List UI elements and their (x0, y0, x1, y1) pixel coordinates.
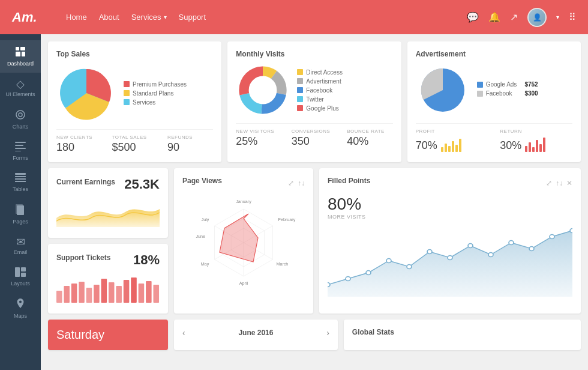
calendar-prev[interactable]: ‹ (182, 328, 185, 338)
profit-value: 70% (416, 139, 437, 152)
adv-label: Advertisment (306, 78, 341, 85)
support-header: Support Tickets 18% (56, 252, 160, 268)
direct-dot (297, 69, 303, 75)
svg-rect-13 (15, 181, 26, 182)
sidebar-item-layouts[interactable]: Layouts (0, 261, 41, 293)
sidebar-item-ui-elements[interactable]: ◇ UI Elements (0, 73, 41, 103)
legend-direct: Direct Access (297, 69, 343, 76)
row-2: Current Earnings 25.3K (48, 168, 581, 314)
facebook-ad-value: $300 (524, 90, 538, 97)
saturday-title: Saturday (56, 328, 160, 342)
page-views-icons: ⤢ ↑↓ (288, 179, 305, 187)
svg-rect-31 (79, 282, 85, 303)
gp-dot (297, 105, 303, 111)
stat-new-clients: New Clients 180 (56, 135, 102, 154)
advertisement-title: Advertisement (416, 50, 572, 58)
share-icon[interactable]: ↗ (510, 11, 518, 23)
expand-icon[interactable]: ⤢ (288, 179, 294, 187)
expand-icon2[interactable]: ⤢ (546, 179, 552, 187)
avatar-image: 👤 (529, 9, 545, 26)
stat-bounce-rate: Bounce Rate 40% (347, 129, 392, 148)
layouts-icon (15, 267, 26, 279)
earnings-title: Current Earnings (56, 178, 115, 186)
sidebar-pages-label: Pages (13, 219, 28, 225)
legend-advertisment: Advertisment (297, 78, 343, 85)
nav-support[interactable]: Support (179, 13, 206, 22)
legend-facebook: Facebook (297, 87, 343, 94)
sidebar-item-maps[interactable]: Maps (0, 293, 41, 325)
maps-icon (16, 299, 25, 311)
sidebar-item-charts[interactable]: Charts (0, 103, 41, 136)
bounce-value: 40% (347, 135, 392, 148)
grid-icon[interactable]: ⠿ (569, 11, 576, 23)
avatar[interactable]: 👤 (527, 8, 547, 27)
sidebar-item-pages[interactable]: Pages (0, 198, 41, 231)
nav-services[interactable]: Services ▾ (131, 13, 167, 22)
page-views-title: Page Views (182, 177, 222, 185)
svg-text:June: June (196, 234, 205, 239)
calendar-card: ‹ June 2016 › (174, 320, 338, 350)
stat-return: Return 30% (500, 129, 572, 152)
chevron-down-icon[interactable]: ▾ (556, 14, 559, 20)
top-sales-title: Top Sales (56, 50, 213, 58)
filled-points-title: Filled Points (328, 177, 370, 185)
sidebar-item-dashboard[interactable]: Dashboard (0, 40, 41, 73)
sidebar-item-forms[interactable]: Forms (0, 136, 41, 167)
svg-point-62 (448, 256, 452, 260)
monthly-visits-inner: Direct Access Advertisment Facebook (236, 63, 392, 117)
nav-about[interactable]: About (99, 13, 119, 22)
premium-dot (124, 81, 130, 87)
filled-points-subtitle: More Visits (328, 214, 572, 220)
facebook-ad-dot (477, 91, 483, 97)
standard-dot (124, 90, 130, 96)
legend-google-ads: Google Ads $752 (477, 81, 538, 88)
svg-rect-15 (17, 205, 24, 215)
profit-label: Profit (416, 129, 488, 134)
direct-label: Direct Access (306, 69, 343, 76)
email-icon: ✉ (16, 237, 25, 247)
premium-label: Premium Purchases (133, 81, 187, 88)
advertisement-pie (416, 63, 470, 117)
svg-rect-40 (146, 281, 152, 303)
support-amount: 18% (133, 252, 160, 268)
logo: Am. (12, 10, 48, 25)
nav-home[interactable]: Home (66, 13, 87, 22)
new-clients-label: New Clients (56, 135, 102, 140)
dashboard-icon (15, 46, 26, 59)
sidebar-charts-label: Charts (13, 124, 29, 130)
sidebar-item-email[interactable]: ✉ Email (0, 231, 41, 261)
tw-dot (297, 96, 303, 102)
legend-googleplus: Google Plus (297, 105, 343, 112)
tw-label: Twitter (306, 96, 323, 103)
support-title: Support Tickets (56, 253, 110, 262)
svg-rect-33 (94, 285, 100, 303)
bar-chart-icon[interactable]: ↑↓ (298, 179, 305, 187)
global-stats-card: Global Stats (344, 320, 581, 350)
sidebar-ui-label: UI Elements (5, 91, 35, 97)
chat-icon[interactable]: 💬 (467, 11, 479, 23)
conversions-value: 350 (292, 135, 337, 148)
sidebar-item-tables[interactable]: Tables (0, 167, 41, 198)
stat-new-visitors: New Visitors 25% (236, 129, 281, 148)
top-sales-card: Top Sales Pr (48, 41, 221, 162)
monthly-visits-legend: Direct Access Advertisment Facebook (297, 69, 343, 112)
svg-point-65 (509, 241, 514, 245)
profit-chart (441, 135, 461, 152)
google-ads-label: Google Ads (486, 81, 517, 88)
svg-rect-38 (131, 278, 137, 303)
svg-rect-29 (64, 286, 70, 303)
chevron-down-icon: ▾ (164, 14, 167, 20)
calendar-next[interactable]: › (326, 328, 329, 338)
monthly-visits-donut (236, 63, 290, 117)
close-icon[interactable]: ✕ (566, 179, 572, 187)
legend-twitter: Twitter (297, 96, 343, 103)
svg-text:April: April (239, 281, 248, 286)
new-visitors-value: 25% (236, 135, 281, 148)
notification-icon[interactable]: 🔔 (488, 11, 500, 23)
bar-chart-icon2[interactable]: ↑↓ (556, 179, 563, 187)
sidebar-dashboard-label: Dashboard (7, 61, 34, 67)
svg-marker-48 (220, 214, 258, 262)
filled-points-percentage: 80% (328, 195, 572, 214)
svg-rect-28 (56, 291, 62, 303)
svg-rect-12 (15, 178, 26, 180)
